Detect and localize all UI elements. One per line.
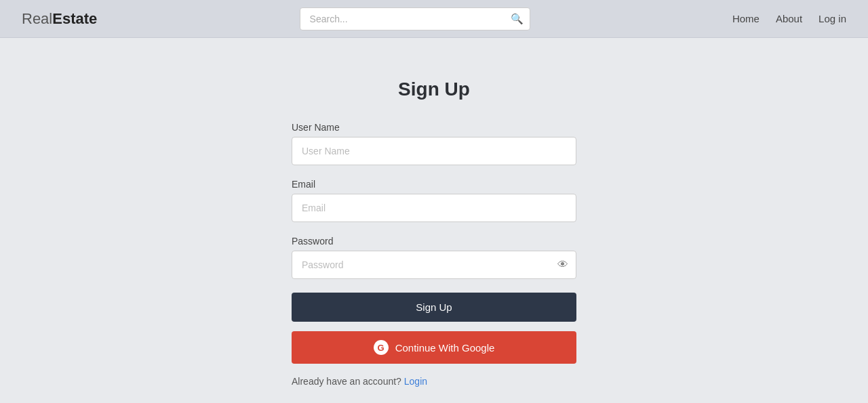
nav-login[interactable]: Log in bbox=[818, 13, 846, 24]
password-input[interactable] bbox=[292, 251, 576, 279]
page-title: Sign Up bbox=[292, 79, 576, 100]
signup-form-container: Sign Up User Name Email Password 👁︎ Sign… bbox=[292, 79, 576, 387]
brand-logo: RealEstate bbox=[22, 10, 97, 28]
search-input[interactable] bbox=[300, 7, 530, 30]
nav-home[interactable]: Home bbox=[732, 13, 760, 24]
email-label: Email bbox=[292, 179, 576, 190]
google-signin-button[interactable]: G Continue With Google bbox=[292, 331, 576, 364]
password-label: Password bbox=[292, 236, 576, 247]
signup-button[interactable]: Sign Up bbox=[292, 293, 576, 322]
nav-links: Home About Log in bbox=[732, 13, 846, 24]
email-group: Email bbox=[292, 179, 576, 222]
username-input[interactable] bbox=[292, 137, 576, 165]
login-prompt: Already have an account? Login bbox=[292, 376, 576, 387]
navbar: RealEstate 🔍 Home About Log in bbox=[0, 0, 868, 38]
username-group: User Name bbox=[292, 122, 576, 165]
toggle-password-icon[interactable]: 👁︎ bbox=[557, 259, 568, 271]
main-content: Sign Up User Name Email Password 👁︎ Sign… bbox=[0, 38, 868, 387]
google-button-label: Continue With Google bbox=[395, 342, 495, 354]
nav-about[interactable]: About bbox=[776, 13, 802, 24]
brand-estate: Estate bbox=[52, 10, 97, 27]
google-g-icon: G bbox=[374, 340, 389, 355]
email-input[interactable] bbox=[292, 194, 576, 222]
brand-real: Real bbox=[22, 10, 52, 27]
password-wrapper: 👁︎ bbox=[292, 251, 576, 279]
search-container: 🔍 bbox=[300, 7, 530, 30]
already-account-text: Already have an account? bbox=[292, 376, 401, 387]
login-link[interactable]: Login bbox=[404, 376, 427, 387]
username-label: User Name bbox=[292, 122, 576, 133]
password-group: Password 👁︎ bbox=[292, 236, 576, 279]
